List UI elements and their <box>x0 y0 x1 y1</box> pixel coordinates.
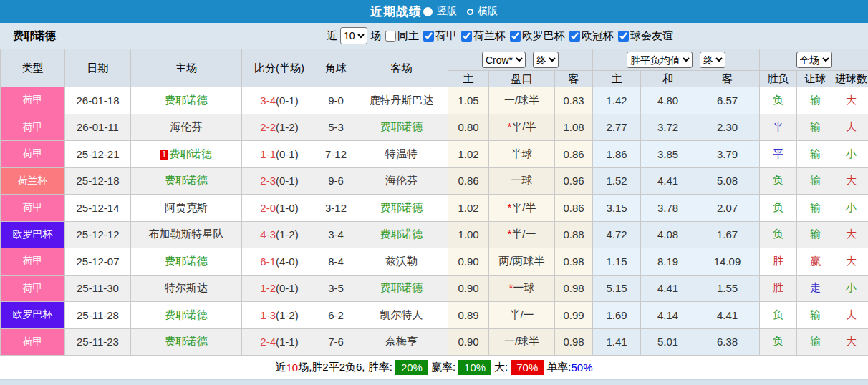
home-team[interactable]: 海伦芬 <box>131 114 242 141</box>
home-team-name[interactable]: 费耶诺德 <box>165 174 208 186</box>
away-team[interactable]: 特温特 <box>355 141 448 168</box>
horizontal-radio[interactable] <box>467 9 473 15</box>
vertical-radio[interactable] <box>423 7 433 16</box>
eu-away: 14.09 <box>695 248 760 276</box>
league-checkbox-1[interactable] <box>461 31 472 42</box>
away-team[interactable]: 费耶诺德 <box>355 221 448 248</box>
away-team-name[interactable]: 费耶诺德 <box>380 281 423 293</box>
away-team[interactable]: 凯尔特人 <box>355 302 448 329</box>
handicap-text: 平/半 <box>511 201 536 213</box>
away-team[interactable]: 费耶诺德 <box>355 195 448 222</box>
away-team-name[interactable]: 凯尔特人 <box>380 308 423 321</box>
big-label: 大: <box>494 361 508 374</box>
home-team-name[interactable]: 费耶诺德 <box>169 147 212 160</box>
away-team[interactable]: 费耶诺德 <box>355 114 448 141</box>
home-team[interactable]: 布加勒斯特星队 <box>131 221 242 248</box>
eu-home: 1.69 <box>593 302 641 329</box>
table-row: 荷甲 25-12-07 费耶诺德 6-1(4-0) 8-4 兹沃勒 0.90 两… <box>1 248 868 276</box>
home-team[interactable]: 费耶诺德 <box>131 167 242 195</box>
corner-score: 8-4 <box>317 248 355 276</box>
league-filter-4[interactable]: 球会友谊 <box>614 29 673 43</box>
eu-away: 2.07 <box>695 195 760 222</box>
fulltime-score: 1-3 <box>260 309 276 321</box>
league-filter-1[interactable]: 荷兰杯 <box>457 29 506 43</box>
league-badge: 荷兰杯 <box>1 167 65 195</box>
corner-score: 3-4 <box>317 221 355 248</box>
col-eu-home: 主 <box>593 71 641 87</box>
same-home-checkbox[interactable] <box>385 31 396 42</box>
recent-count-select[interactable]: 10 <box>340 27 367 44</box>
col-eu-away: 客 <box>695 71 760 87</box>
europe-odds-header-group: 胜平负均值 终 <box>593 49 760 71</box>
odds-away: 0.83 <box>555 87 593 114</box>
vertical-radio-label[interactable]: 竖版 <box>437 5 457 18</box>
eu-home: 5.15 <box>593 275 641 302</box>
odds-home: 0.86 <box>448 167 489 195</box>
home-team-name[interactable]: 布加勒斯特星队 <box>149 228 224 240</box>
home-team[interactable]: 1费耶诺德 <box>131 141 242 168</box>
handicap-result-cell: 输 <box>797 114 834 141</box>
period-select[interactable]: 全场 <box>796 52 832 68</box>
home-team-name[interactable]: 费耶诺德 <box>165 255 208 267</box>
away-team-name[interactable]: 鹿特丹斯巴达 <box>370 94 434 106</box>
away-team-name[interactable]: 海伦芬 <box>385 174 418 186</box>
league-filter-0[interactable]: 荷甲 <box>419 29 457 43</box>
away-team[interactable]: 奈梅亨 <box>355 328 448 356</box>
result-cell: 负 <box>760 195 797 222</box>
home-team[interactable]: 费耶诺德 <box>131 87 242 114</box>
fulltime-score: 1-2 <box>260 282 276 294</box>
home-team-name[interactable]: 费耶诺德 <box>165 308 208 321</box>
home-team-name[interactable]: 阿贾克斯 <box>165 201 208 213</box>
away-team-name[interactable]: 特温特 <box>385 147 418 160</box>
league-checkbox-3[interactable] <box>569 31 580 42</box>
same-home-filter[interactable]: 同主 <box>381 29 419 43</box>
match-score: 1-1(0-1) <box>242 141 317 168</box>
horizontal-radio-label[interactable]: 横版 <box>478 5 498 18</box>
eu-away: 3.79 <box>695 141 760 168</box>
summary-count: 10 <box>286 361 298 374</box>
away-team-name[interactable]: 费耶诺德 <box>380 228 423 240</box>
away-team[interactable]: 兹沃勒 <box>355 248 448 276</box>
away-team-name[interactable]: 费耶诺德 <box>380 201 423 213</box>
away-team-name[interactable]: 费耶诺德 <box>380 120 423 132</box>
home-team[interactable]: 费耶诺德 <box>131 248 242 276</box>
away-team-name[interactable]: 奈梅亨 <box>385 335 418 347</box>
odds-handicap: 一/球半 <box>489 87 555 114</box>
results-table: 类型 日期 主场 比分(半场) 角球 客场 Crow* 终 胜平负均值 终 全场 <box>0 49 868 356</box>
match-score: 1-2(0-1) <box>242 275 317 302</box>
eu-draw: 4.14 <box>641 302 695 329</box>
league-filter-3[interactable]: 欧冠杯 <box>565 29 614 43</box>
bookmaker-select[interactable]: Crow* <box>482 52 526 68</box>
home-team-name[interactable]: 费耶诺德 <box>165 94 208 106</box>
away-team[interactable]: 海伦芬 <box>355 167 448 195</box>
home-team[interactable]: 特尔斯达 <box>131 275 242 302</box>
odds-away: 0.98 <box>555 328 593 356</box>
fulltime-score: 6-1 <box>260 255 276 268</box>
summary-record: 场,胜2平2负6, 胜率: <box>298 361 392 374</box>
away-team[interactable]: 费耶诺德 <box>355 275 448 302</box>
corner-score: 6-2 <box>317 302 355 329</box>
table-row: 荷甲 25-11-23 费耶诺德 2-4(1-1) 7-6 奈梅亨 0.90 一… <box>1 328 868 356</box>
league-checkbox-4[interactable] <box>618 31 629 42</box>
home-team[interactable]: 阿贾克斯 <box>131 195 242 222</box>
away-team-name[interactable]: 兹沃勒 <box>385 255 418 267</box>
bookmaker-time-select[interactable]: 终 <box>533 52 559 68</box>
home-team[interactable]: 费耶诺德 <box>131 328 242 356</box>
corner-score: 7-6 <box>317 328 355 356</box>
col-home: 主场 <box>131 49 242 87</box>
handicap-result-cell: 输 <box>797 195 834 222</box>
home-team-name[interactable]: 海伦芬 <box>170 120 203 132</box>
league-checkbox-0[interactable] <box>423 31 434 42</box>
home-team-name[interactable]: 特尔斯达 <box>165 281 208 293</box>
odds-away: 0.98 <box>555 275 593 302</box>
handicap-result-cell: 赢 <box>797 248 834 276</box>
league-filter-2[interactable]: 欧罗巴杯 <box>506 29 565 43</box>
home-team[interactable]: 费耶诺德 <box>131 302 242 329</box>
big-rate-badge: 70% <box>511 360 544 375</box>
away-team[interactable]: 鹿特丹斯巴达 <box>355 87 448 114</box>
win-rate-badge: 20% <box>395 360 428 375</box>
home-team-name[interactable]: 费耶诺德 <box>165 335 208 347</box>
league-checkbox-2[interactable] <box>510 31 521 42</box>
europe-time-select[interactable]: 终 <box>700 52 725 68</box>
europe-odds-select[interactable]: 胜平负均值 <box>627 52 693 68</box>
